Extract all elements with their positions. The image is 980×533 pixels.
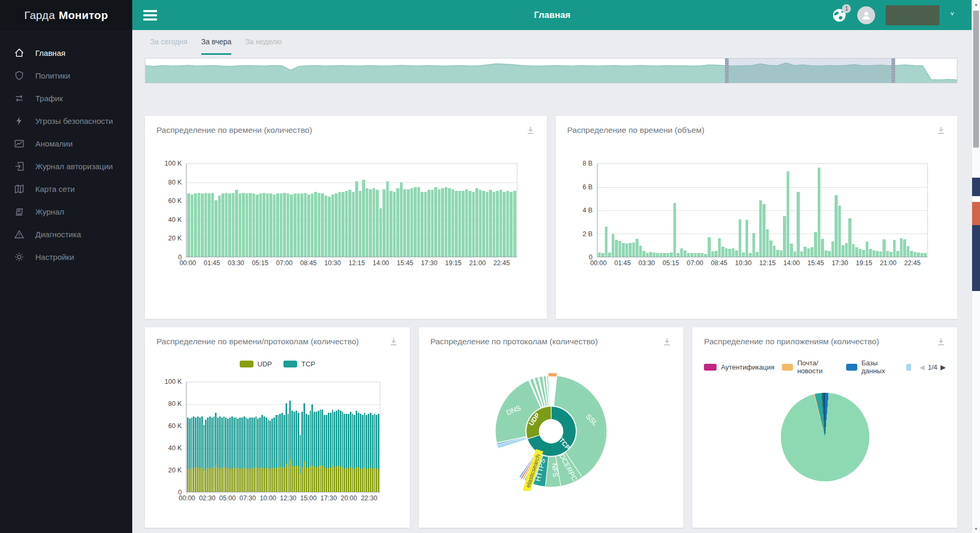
x-axis-labels: 00:0001:4503:3005:1507:0008:4510:3012:15… <box>597 257 928 267</box>
bar <box>227 382 229 492</box>
bar <box>262 164 266 257</box>
sidebar-item-karta-seti[interactable]: Карта сети <box>0 178 132 200</box>
bar <box>462 164 465 257</box>
chevron-down-icon[interactable]: ˅ <box>950 10 954 18</box>
bar <box>251 382 253 492</box>
bar <box>632 164 635 257</box>
sidebar-item-glavnaya[interactable]: Главная <box>0 42 132 64</box>
bar <box>807 164 810 257</box>
bar <box>752 164 756 257</box>
legend-swatch-tcp <box>283 361 297 367</box>
sidebar-item-anomalii[interactable]: Аномалии <box>0 132 132 155</box>
scroll-down-icon[interactable]: ▼ <box>972 525 980 533</box>
tab-za-nedelyu[interactable]: За неделю <box>245 37 282 55</box>
bar <box>194 164 197 257</box>
pagination-next-icon[interactable]: ▶ <box>940 363 946 371</box>
bar <box>379 164 383 257</box>
bar <box>233 382 235 492</box>
bar <box>708 164 711 257</box>
bar <box>465 164 468 257</box>
bar <box>326 382 327 492</box>
sidebar-item-label: Аномалии <box>35 139 73 148</box>
sidebar-item-politiki[interactable]: Политики <box>0 64 132 87</box>
bar <box>313 382 315 492</box>
bar <box>325 164 328 257</box>
timeline-brush-selection[interactable] <box>725 59 895 83</box>
bar <box>601 164 604 257</box>
notifications-button[interactable]: 1 <box>832 8 847 23</box>
bar <box>797 164 800 257</box>
traffic-arrows-icon <box>14 93 24 103</box>
download-icon[interactable] <box>662 337 672 346</box>
sidebar-item-nastroyki[interactable]: Настройки <box>0 246 132 268</box>
download-icon[interactable] <box>936 125 946 135</box>
bar <box>503 164 506 257</box>
download-icon[interactable] <box>526 125 535 135</box>
timeline-overview-chart[interactable] <box>145 58 957 83</box>
brush-handle-left[interactable] <box>725 59 729 83</box>
bar <box>714 164 718 257</box>
bar <box>346 382 347 492</box>
vertical-scrollbar[interactable]: ▲ ▼ <box>972 0 980 533</box>
user-avatar[interactable] <box>857 6 875 24</box>
y-axis-labels: 8 B6 B4 B2 B0 <box>567 163 597 257</box>
bar <box>694 164 697 257</box>
tab-za-vchera[interactable]: За вчера <box>201 37 232 55</box>
bar <box>310 382 311 492</box>
x-tick-label: 03:30 <box>228 259 244 267</box>
bar <box>598 164 601 257</box>
bar <box>306 382 307 492</box>
card-time-count: Распределение по времени (количество) 10… <box>145 116 547 319</box>
bar <box>800 164 803 257</box>
main-content: За сегодня За вчера За неделю Распределе… <box>132 30 972 533</box>
bar <box>455 164 458 257</box>
bar <box>252 164 256 257</box>
legend-label: Базы данных <box>861 359 899 375</box>
tab-za-segodnya[interactable]: За сегодня <box>150 37 188 55</box>
sidebar-item-zhurnal[interactable]: Журнал <box>0 200 132 223</box>
bar <box>229 382 231 492</box>
bar <box>410 164 414 257</box>
x-tick-label: 17:30 <box>320 495 337 502</box>
bar <box>370 382 371 492</box>
bar <box>438 164 441 257</box>
notification-badge: 1 <box>842 4 851 13</box>
bar <box>431 164 434 257</box>
sidebar-item-ugrozy[interactable]: Угрозы безопасности <box>0 110 132 132</box>
sidebar-item-trafik[interactable]: Трафик <box>0 87 132 110</box>
bar <box>218 164 221 257</box>
bar <box>278 382 279 492</box>
sidebar-item-zhurnal-avtorizacii[interactable]: Журнал авторизации <box>0 155 132 178</box>
scrollbar-mark <box>972 202 980 225</box>
brush-handle-right[interactable] <box>891 59 895 83</box>
bar <box>276 382 277 492</box>
bar <box>247 382 249 492</box>
card-time-proto: Распределение по времени/протоколам (кол… <box>145 327 410 528</box>
download-icon[interactable] <box>936 337 946 346</box>
scroll-up-icon[interactable]: ▲ <box>972 0 980 8</box>
logo-text-bold: Монитор <box>58 9 108 22</box>
user-icon <box>861 10 871 21</box>
bar <box>393 164 396 257</box>
bar <box>189 382 191 492</box>
bar <box>424 164 427 257</box>
hamburger-menu-icon[interactable] <box>143 10 157 21</box>
sidebar-nav: Главная Политики Трафик Угрозы безопасно… <box>0 42 132 268</box>
x-tick-label: 05:15 <box>663 259 679 267</box>
bar <box>509 164 513 257</box>
card-title: Распределение по времени/протоколам (кол… <box>156 337 359 346</box>
sidebar-item-diagnostika[interactable]: Диагностика <box>0 223 132 246</box>
pagination-prev-icon[interactable]: ◀ <box>919 363 925 371</box>
download-icon[interactable] <box>389 337 398 346</box>
y-tick-label: 6 B <box>583 183 593 191</box>
scrollbar-thumb[interactable] <box>973 11 979 148</box>
y-tick-label: 100 K <box>164 160 182 167</box>
legend-label: Аутентификация <box>721 363 774 371</box>
bar <box>458 164 462 257</box>
x-tick-label: 00:00 <box>590 259 606 267</box>
bar <box>735 164 738 257</box>
bar <box>683 164 687 257</box>
x-tick-label: 14:00 <box>373 259 389 267</box>
bar <box>215 382 217 492</box>
bar <box>241 382 243 492</box>
